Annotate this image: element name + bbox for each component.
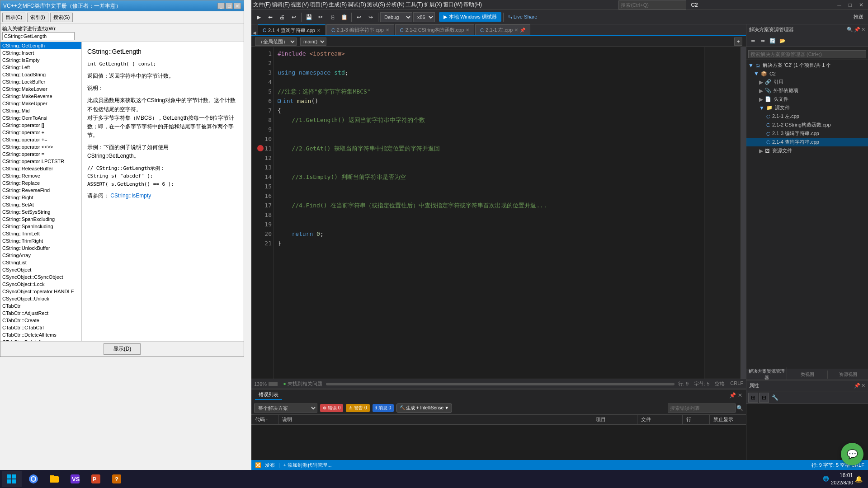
list-item[interactable]: CString::Right bbox=[0, 194, 81, 201]
debug-config-select[interactable]: Debug Release bbox=[380, 12, 412, 22]
list-item[interactable]: CString::GetLength bbox=[0, 42, 81, 49]
chat-bubble[interactable]: 💬 bbox=[841, 443, 863, 465]
list-item[interactable]: CString::operator += bbox=[0, 136, 81, 143]
list-item[interactable]: CString::ReverseFind bbox=[0, 187, 81, 194]
solution-toolbar-btn-4[interactable]: 📂 bbox=[778, 37, 787, 46]
tree-references-node[interactable]: ▶ 🔗 引用 bbox=[746, 78, 868, 86]
warning-badge[interactable]: ⚠ 警告 0 bbox=[346, 404, 369, 412]
list-item[interactable]: CString::SetSysString bbox=[0, 208, 81, 216]
ide-menu-help[interactable]: 帮助(H) bbox=[463, 1, 482, 9]
build-dropdown-icon[interactable]: ▼ bbox=[444, 405, 449, 410]
list-item[interactable]: CString::Left bbox=[0, 64, 81, 71]
tree-file-3[interactable]: C 2.1-3 编辑字符串.cpp bbox=[746, 129, 868, 138]
col-suppress[interactable]: 禁止显示 bbox=[710, 415, 746, 424]
code-editor[interactable]: #include <iostream> using namespace std;… bbox=[274, 47, 704, 379]
toolbar-btn-2[interactable]: ⬅ bbox=[265, 12, 276, 23]
resource-view-tab[interactable]: 资源视图 bbox=[828, 371, 868, 379]
output-close-btn[interactable]: ✕ bbox=[738, 392, 742, 399]
taskbar-app-help[interactable]: ? bbox=[107, 471, 127, 487]
help-seealso-link[interactable]: CString::IsEmpty bbox=[110, 192, 151, 199]
list-item[interactable]: CString::ReleaseBuffer bbox=[0, 165, 81, 172]
taskbar-app-powerpoint[interactable]: P bbox=[86, 471, 106, 487]
list-item[interactable]: CTabCtrl bbox=[0, 302, 81, 310]
scope-selector[interactable]: （全局范围） bbox=[255, 38, 297, 46]
ide-menu-analyze[interactable]: 分析(N) bbox=[386, 1, 405, 9]
ide-menu-file[interactable]: 文件(F) bbox=[253, 1, 271, 9]
tree-resources-node[interactable]: ▶ 🖼 资源文件 bbox=[746, 146, 868, 155]
help-index-button[interactable]: 索引(I) bbox=[27, 13, 48, 22]
props-sort-btn[interactable]: ⊟ bbox=[759, 393, 769, 403]
list-item[interactable]: CString::LoadString bbox=[0, 71, 81, 78]
help-toc-button[interactable]: 目录(C) bbox=[2, 13, 25, 22]
col-code[interactable]: 代码 ↑ bbox=[251, 415, 278, 424]
tree-file-4[interactable]: C 2.1-4 查询字符串.cpp bbox=[746, 138, 868, 146]
list-item[interactable]: CTabCtrl::AdjustRect bbox=[0, 310, 81, 317]
list-item[interactable]: CSyncObject bbox=[0, 266, 81, 273]
platform-select[interactable]: x86 x64 bbox=[413, 12, 435, 22]
output-tab-errors[interactable]: 错误列表 bbox=[255, 390, 282, 400]
solution-close-btn[interactable]: ✕ bbox=[861, 27, 865, 33]
list-item[interactable]: CString::UnlockBuffer bbox=[0, 244, 81, 252]
ide-menu-debug[interactable]: 调试(D) bbox=[348, 1, 366, 9]
col-line[interactable]: 行 bbox=[683, 415, 710, 424]
class-view-tab[interactable]: 类视图 bbox=[787, 371, 828, 379]
props-refresh-btn[interactable]: 🔧 bbox=[770, 393, 780, 403]
toolbar-undo[interactable]: ↩ bbox=[354, 12, 364, 23]
list-item[interactable]: CString::operator LPCTSTR bbox=[0, 158, 81, 165]
taskbar-app-chrome[interactable] bbox=[24, 471, 43, 487]
ide-vscrollbar[interactable] bbox=[741, 47, 746, 379]
list-item[interactable]: CStringList bbox=[0, 259, 81, 266]
solution-search-input[interactable] bbox=[748, 50, 866, 58]
list-item[interactable]: CString::operator = bbox=[0, 150, 81, 158]
list-item[interactable]: CTabCtrl::DeleteAllItems bbox=[0, 331, 81, 338]
taskbar-app-vs[interactable]: VS bbox=[65, 471, 85, 487]
list-item[interactable]: CString::Mid bbox=[0, 107, 81, 114]
error-badge[interactable]: ⊗ 错误 0 bbox=[320, 404, 343, 412]
list-item[interactable]: CTabCtrl::CTabCtrl bbox=[0, 324, 81, 331]
help-search-button[interactable]: 搜索(S) bbox=[50, 13, 73, 22]
tab-cstring-ctor[interactable]: C 2.1-2 CString构造函数.cpp ✕ bbox=[395, 24, 475, 35]
func-selector[interactable]: main() bbox=[300, 38, 326, 46]
list-item[interactable]: CSyncObject::Unlock bbox=[0, 295, 81, 302]
error-search-input[interactable] bbox=[668, 404, 736, 413]
ide-menu-test[interactable]: 测试(S) bbox=[367, 1, 385, 9]
tree-sources-node[interactable]: ▼ 📁 源文件 bbox=[746, 103, 868, 112]
list-item[interactable]: CSyncObject::operator HANDLE bbox=[0, 288, 81, 295]
props-grid-btn[interactable]: ⊞ bbox=[748, 393, 758, 403]
list-item[interactable]: CString::operator + bbox=[0, 129, 81, 136]
list-item[interactable]: CString::SetAt bbox=[0, 201, 81, 208]
toolbar-save[interactable]: 💾 bbox=[303, 12, 314, 23]
list-item[interactable]: CString::MakeUpper bbox=[0, 100, 81, 107]
toolbar-btn-4[interactable]: ↩ bbox=[288, 12, 299, 23]
list-item[interactable]: CString::OemToAnsi bbox=[0, 114, 81, 122]
ide-menu-project[interactable]: 项目(P) bbox=[310, 1, 328, 9]
ide-menu-view[interactable]: 视图(V) bbox=[291, 1, 309, 9]
run-debugger-button[interactable]: ▶ 本地 Windows 调试器 bbox=[439, 12, 501, 22]
solution-toolbar-btn-2[interactable]: ➡ bbox=[758, 37, 767, 46]
help-display-button[interactable]: 显示(D) bbox=[104, 343, 141, 355]
props-close-btn[interactable]: ✕ bbox=[861, 383, 865, 389]
props-pin-btn[interactable]: 📌 bbox=[854, 383, 860, 389]
tree-headers-node[interactable]: ▶ 📄 头文件 bbox=[746, 95, 868, 103]
ide-menu-window[interactable]: 窗口(W) bbox=[443, 1, 462, 9]
list-item[interactable]: CString::MakeReverse bbox=[0, 93, 81, 100]
breakpoint-indicator[interactable] bbox=[257, 145, 264, 151]
start-button[interactable] bbox=[2, 471, 22, 487]
output-pin-btn[interactable]: 📌 bbox=[729, 392, 736, 399]
tab-query-string[interactable]: C 2.1-4 查询字符串.cpp ✕ bbox=[258, 24, 326, 35]
list-item[interactable]: CTabCtrl::Create bbox=[0, 317, 81, 324]
list-item[interactable]: CStringArray bbox=[0, 252, 81, 259]
toolbar-copy[interactable]: ⎘ bbox=[327, 12, 338, 23]
ide-search-input[interactable] bbox=[618, 0, 686, 9]
list-item[interactable]: CString::SpanExcluding bbox=[0, 216, 81, 223]
list-item[interactable]: CString::operator <<>> bbox=[0, 143, 81, 150]
list-item[interactable]: CString::MakeLower bbox=[0, 85, 81, 93]
taskbar-app-explorer[interactable] bbox=[44, 471, 64, 487]
help-search-input[interactable] bbox=[2, 32, 75, 40]
col-desc[interactable]: 说明 bbox=[278, 415, 592, 424]
tab-left[interactable]: C 2.1-1 左.cpp ✕ 📌 bbox=[475, 24, 530, 35]
live-share-button[interactable]: ⇆ Live Share bbox=[505, 14, 540, 20]
tree-file-1[interactable]: C 2.1-1 左.cpp bbox=[746, 112, 868, 121]
list-item[interactable]: CString::Remove bbox=[0, 172, 81, 179]
git-push-button[interactable]: 推送 bbox=[851, 14, 866, 20]
